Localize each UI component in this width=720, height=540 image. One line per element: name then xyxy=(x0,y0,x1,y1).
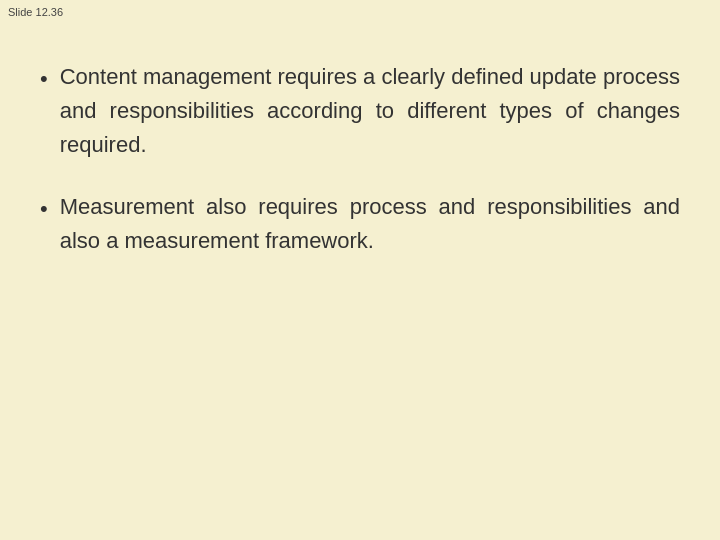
bullet-text-1: Content management requires a clearly de… xyxy=(60,60,680,162)
bullet-dot-1: • xyxy=(40,62,48,95)
bullet-item-1: • Content management requires a clearly … xyxy=(40,60,680,162)
bullet-item-2: • Measurement also requires process and … xyxy=(40,190,680,258)
bullet-dot-2: • xyxy=(40,192,48,225)
bullet-text-2: Measurement also requires process and re… xyxy=(60,190,680,258)
slide-label: Slide 12.36 xyxy=(8,6,63,18)
content-area: • Content management requires a clearly … xyxy=(40,60,680,500)
